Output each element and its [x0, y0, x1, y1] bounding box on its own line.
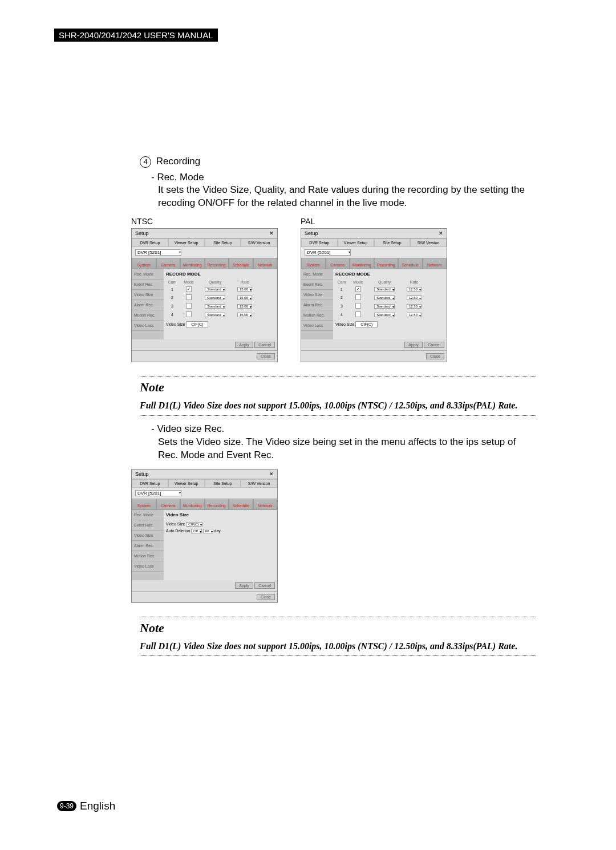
cancel-button[interactable]: Cancel	[424, 342, 444, 348]
icontab-schedule[interactable]: Schedule	[398, 258, 423, 269]
setup-window-pal: Setup ✕ DVR Setup Viewer Setup Site Setu…	[301, 228, 447, 362]
tab-sw-version[interactable]: S/W Version	[241, 238, 277, 247]
mode-checkbox[interactable]	[186, 311, 192, 317]
quality-select[interactable]: Standard	[205, 313, 225, 317]
icontab-schedule[interactable]: Schedule	[229, 499, 253, 510]
sidebar-alarm-rec[interactable]: Alarm Rec.	[132, 541, 164, 551]
icontab-system[interactable]: System	[132, 258, 156, 269]
close-icon[interactable]: ✕	[269, 230, 274, 236]
sidebar-motion-rec[interactable]: Motion Rec.	[132, 551, 164, 561]
note-title-1: Note	[140, 380, 536, 395]
close-icon[interactable]: ✕	[269, 471, 274, 477]
close-button[interactable]: Close	[257, 594, 275, 600]
cancel-button[interactable]: Cancel	[254, 342, 275, 348]
quality-select[interactable]: Standard	[374, 287, 394, 292]
mode-checkbox[interactable]	[355, 311, 361, 317]
icontab-recording[interactable]: Recording	[205, 499, 229, 510]
sidebar-event-rec[interactable]: Event Rec.	[301, 280, 333, 290]
dvr-select[interactable]: DVR [5201]	[305, 249, 351, 256]
tab-dvr-setup[interactable]: DVR Setup	[132, 479, 168, 488]
sidebar-motion-rec[interactable]: Motion Rec.	[132, 310, 164, 321]
icontab-recording[interactable]: Recording	[205, 258, 229, 269]
tab-viewer-setup[interactable]: Viewer Setup	[168, 479, 205, 488]
rate-select[interactable]: 12.50	[407, 313, 422, 317]
sidebar-motion-rec[interactable]: Motion Rec.	[301, 310, 333, 321]
sidebar-video-loss[interactable]: Video Loss	[301, 321, 333, 331]
dvr-select[interactable]: DVR [5201]	[135, 249, 181, 256]
rate-select[interactable]: 15.00	[237, 313, 252, 317]
sidebar-alarm-rec[interactable]: Alarm Rec.	[132, 300, 164, 310]
video-size-value: CIF(C)	[186, 321, 208, 327]
icontab-system[interactable]: System	[301, 258, 326, 269]
pal-label: PAL	[301, 217, 447, 226]
dvr-select[interactable]: DVR [5201]	[135, 490, 181, 496]
quality-select[interactable]: Standard	[374, 304, 394, 309]
video-size-select[interactable]: CIF(C)	[186, 522, 202, 527]
sidebar-rec-mode[interactable]: Rec. Mode	[132, 269, 164, 280]
icontab-system[interactable]: System	[132, 499, 156, 510]
rate-select[interactable]: 15.00	[237, 296, 252, 300]
manual-title: SHR-2040/2041/2042 USER'S MANUAL	[54, 29, 218, 42]
tab-sw-version[interactable]: S/W Version	[241, 479, 277, 488]
icontab-monitoring[interactable]: Monitoring	[350, 258, 374, 269]
rate-select[interactable]: 15.00	[237, 287, 252, 292]
sidebar-rec-mode[interactable]: Rec. Mode	[132, 510, 164, 520]
apply-button[interactable]: Apply	[235, 582, 253, 589]
mode-checkbox[interactable]	[355, 294, 361, 300]
tab-site-setup[interactable]: Site Setup	[374, 238, 411, 247]
tab-sw-version[interactable]: S/W Version	[410, 238, 447, 247]
rate-select[interactable]: 12.50	[407, 287, 422, 292]
sidebar-video-loss[interactable]: Video Loss	[132, 321, 164, 331]
auto-deletion-days[interactable]: 60	[203, 529, 213, 533]
rate-select[interactable]: 12.50	[407, 296, 422, 300]
icontab-camera[interactable]: Camera	[156, 258, 181, 269]
icontab-network[interactable]: Network	[253, 499, 278, 510]
icontab-camera[interactable]: Camera	[326, 258, 350, 269]
apply-button[interactable]: Apply	[235, 342, 253, 348]
sidebar-video-size[interactable]: Video Size	[132, 531, 164, 541]
mode-checkbox[interactable]: ✓	[186, 286, 192, 292]
icontab-network[interactable]: Network	[253, 258, 278, 269]
rec-mode-block: - Rec. Mode It sets the Video Size, Qual…	[151, 171, 536, 211]
sidebar-rec-mode[interactable]: Rec. Mode	[301, 269, 333, 280]
icontab-monitoring[interactable]: Monitoring	[180, 499, 205, 510]
divider	[140, 415, 536, 416]
mode-checkbox[interactable]	[355, 303, 361, 309]
quality-select[interactable]: Standard	[205, 296, 225, 300]
quality-select[interactable]: Standard	[205, 304, 225, 309]
cancel-button[interactable]: Cancel	[254, 582, 275, 589]
sidebar-video-size[interactable]: Video Size	[132, 290, 164, 300]
auto-deletion-onoff[interactable]: Off	[191, 529, 202, 533]
icontab-network[interactable]: Network	[423, 258, 447, 269]
setup-window-ntsc: Setup ✕ DVR Setup Viewer Setup Site Setu…	[131, 228, 278, 362]
sidebar-alarm-rec[interactable]: Alarm Rec.	[301, 300, 333, 310]
icontab-camera[interactable]: Camera	[156, 499, 181, 510]
close-button[interactable]: Close	[257, 353, 275, 359]
apply-button[interactable]: Apply	[404, 342, 423, 348]
sidebar-event-rec[interactable]: Event Rec.	[132, 280, 164, 290]
sidebar-video-size[interactable]: Video Size	[301, 290, 333, 300]
sidebar-event-rec[interactable]: Event Rec.	[132, 520, 164, 531]
rate-select[interactable]: 15.00	[237, 304, 252, 309]
rate-select[interactable]: 12.50	[407, 304, 422, 309]
icontab-monitoring[interactable]: Monitoring	[180, 258, 205, 269]
tab-dvr-setup[interactable]: DVR Setup	[132, 238, 168, 247]
sidebar-video-loss[interactable]: Video Loss	[132, 561, 164, 572]
tab-viewer-setup[interactable]: Viewer Setup	[338, 238, 374, 247]
close-icon[interactable]: ✕	[439, 230, 443, 236]
th-mode: Mode	[179, 280, 199, 284]
tab-site-setup[interactable]: Site Setup	[205, 238, 241, 247]
quality-select[interactable]: Standard	[374, 313, 394, 317]
icontab-recording[interactable]: Recording	[374, 258, 399, 269]
close-button[interactable]: Close	[426, 353, 444, 359]
tab-viewer-setup[interactable]: Viewer Setup	[168, 238, 205, 247]
tab-site-setup[interactable]: Site Setup	[205, 479, 241, 488]
quality-select[interactable]: Standard	[374, 296, 394, 300]
quality-select[interactable]: Standard	[205, 287, 225, 292]
mode-checkbox[interactable]	[186, 303, 192, 309]
mode-checkbox[interactable]: ✓	[355, 286, 361, 292]
icontab-schedule[interactable]: Schedule	[229, 258, 253, 269]
tab-dvr-setup[interactable]: DVR Setup	[301, 238, 338, 247]
cell-cam: 3	[166, 304, 179, 308]
mode-checkbox[interactable]	[186, 294, 192, 300]
